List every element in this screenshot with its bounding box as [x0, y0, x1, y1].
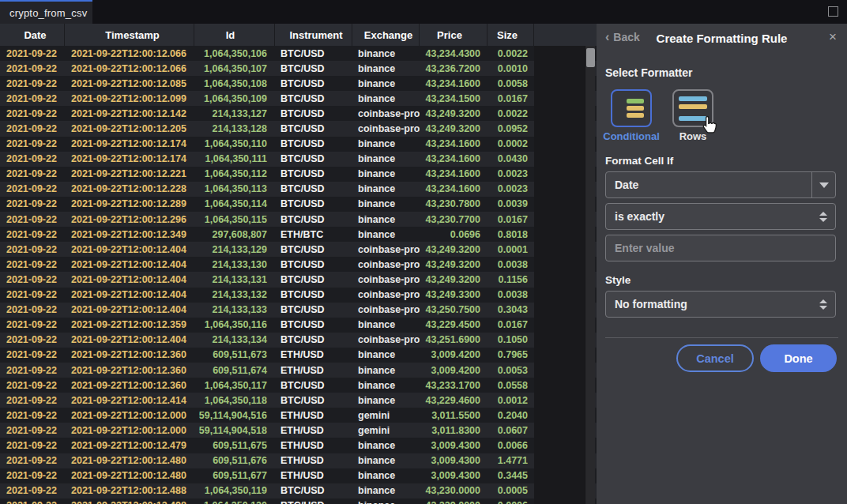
cell-inst[interactable]: BTC/USD	[275, 333, 352, 348]
cell-size[interactable]: 0.0039	[487, 197, 534, 212]
cell-size[interactable]: 0.0558	[487, 378, 534, 393]
cell-exch[interactable]: coinbase-pro	[352, 288, 420, 303]
cell-exch[interactable]: binance	[352, 227, 420, 242]
cell-date[interactable]: 2021-09-22	[0, 333, 65, 348]
cell-exch[interactable]: binance	[352, 182, 420, 197]
cell-date[interactable]: 2021-09-22	[0, 182, 65, 197]
cell-inst[interactable]: BTC/USD	[275, 182, 352, 197]
table-row[interactable]: 2021-09-222021-09-22T12:00:12.1741,064,3…	[0, 137, 597, 152]
cell-size[interactable]: 0.0005	[487, 483, 534, 498]
table-row[interactable]: 2021-09-222021-09-22T12:00:12.2211,064,3…	[0, 167, 597, 182]
cell-id[interactable]: 1,064,350,111	[194, 152, 275, 167]
cell-ts[interactable]: 2021-09-22T12:00:12.221	[65, 167, 194, 182]
formatter-conditional-card[interactable]	[611, 89, 652, 127]
cell-inst[interactable]: BTC/USD	[275, 76, 352, 91]
cell-ts[interactable]: 2021-09-22T12:00:12.174	[65, 152, 194, 167]
cell-exch[interactable]: binance	[352, 61, 420, 76]
table-row[interactable]: 2021-09-222021-09-22T12:00:12.4981,064,3…	[0, 498, 597, 504]
table-row[interactable]: 2021-09-222021-09-22T12:00:12.2961,064,3…	[0, 212, 597, 227]
cell-size[interactable]: 0.3043	[487, 303, 534, 318]
table-row[interactable]: 2021-09-222021-09-22T12:00:12.404214,133…	[0, 333, 597, 348]
cell-date[interactable]: 2021-09-22	[0, 167, 65, 182]
cell-ts[interactable]: 2021-09-22T12:00:12.480	[65, 453, 194, 468]
cell-inst[interactable]: BTC/USD	[275, 46, 352, 61]
cell-size[interactable]: 0.0001	[487, 242, 534, 257]
cell-inst[interactable]: ETH/USD	[275, 408, 352, 423]
cell-date[interactable]: 2021-09-22	[0, 242, 65, 257]
cell-inst[interactable]: BTC/USD	[275, 257, 352, 272]
cell-inst[interactable]: BTC/USD	[275, 197, 352, 212]
tab-crypto-from-csv[interactable]: crypto_from_csv	[0, 0, 92, 24]
cell-id[interactable]: 1,064,350,114	[194, 197, 275, 212]
cell-size[interactable]: 0.0053	[487, 363, 534, 378]
cell-exch[interactable]: coinbase-pro	[352, 257, 420, 272]
cell-date[interactable]: 2021-09-22	[0, 272, 65, 287]
cancel-button[interactable]: Cancel	[676, 344, 754, 372]
cell-date[interactable]: 2021-09-22	[0, 46, 65, 61]
cell-exch[interactable]: coinbase-pro	[352, 106, 420, 121]
cell-ts[interactable]: 2021-09-22T12:00:12.142	[65, 106, 194, 121]
cell-ts[interactable]: 2021-09-22T12:00:12.205	[65, 121, 194, 136]
cell-ts[interactable]: 2021-09-22T12:00:12.296	[65, 212, 194, 227]
cell-price[interactable]: 43,234.1600	[420, 167, 487, 182]
cell-date[interactable]: 2021-09-22	[0, 348, 65, 363]
cell-inst[interactable]: BTC/USD	[275, 152, 352, 167]
cell-id[interactable]: 214,133,130	[194, 257, 275, 272]
cell-size[interactable]: 0.0430	[487, 152, 534, 167]
cell-price[interactable]: 43,249.3200	[420, 106, 487, 121]
cell-id[interactable]: 609,511,676	[194, 453, 275, 468]
cell-size[interactable]: 0.0022	[487, 46, 534, 61]
cell-exch[interactable]: gemini	[352, 423, 420, 438]
cell-exch[interactable]: binance	[352, 152, 420, 167]
cell-size[interactable]: 0.0066	[487, 438, 534, 453]
close-icon[interactable]: ×	[829, 30, 837, 43]
cell-id[interactable]: 609,511,675	[194, 438, 275, 453]
cell-ts[interactable]: 2021-09-22T12:00:12.488	[65, 483, 194, 498]
cell-price[interactable]: 43,233.1700	[420, 378, 487, 393]
cell-price[interactable]: 43,251.6900	[420, 333, 487, 348]
cell-exch[interactable]: binance	[352, 363, 420, 378]
cell-price[interactable]: 43,230.0000	[420, 483, 487, 498]
done-button[interactable]: Done	[760, 344, 837, 372]
cell-ts[interactable]: 2021-09-22T12:00:12.000	[65, 423, 194, 438]
cell-date[interactable]: 2021-09-22	[0, 137, 65, 152]
style-select[interactable]: No formatting	[605, 291, 836, 318]
cell-exch[interactable]: binance	[352, 212, 420, 227]
cell-ts[interactable]: 2021-09-22T12:00:12.000	[65, 408, 194, 423]
cell-inst[interactable]: BTC/USD	[275, 137, 352, 152]
cell-date[interactable]: 2021-09-22	[0, 438, 65, 453]
cell-exch[interactable]: coinbase-pro	[352, 272, 420, 287]
cell-date[interactable]: 2021-09-22	[0, 288, 65, 303]
cell-id[interactable]: 1,064,350,120	[194, 498, 275, 504]
cell-inst[interactable]: BTC/USD	[275, 288, 352, 303]
cell-id[interactable]: 1,064,350,109	[194, 91, 275, 106]
cell-id[interactable]: 1,064,350,115	[194, 212, 275, 227]
cell-date[interactable]: 2021-09-22	[0, 197, 65, 212]
cell-ts[interactable]: 2021-09-22T12:00:12.289	[65, 197, 194, 212]
cell-size[interactable]: 0.0012	[487, 393, 534, 408]
cell-id[interactable]: 1,064,350,118	[194, 393, 275, 408]
table-row[interactable]: 2021-09-222021-09-22T12:00:12.0661,064,3…	[0, 61, 597, 76]
cell-exch[interactable]: binance	[352, 378, 420, 393]
cell-size[interactable]: 0.0002	[487, 137, 534, 152]
cell-size[interactable]: 0.0167	[487, 91, 534, 106]
cell-price[interactable]: 43,229.4500	[420, 318, 487, 333]
column-dropdown[interactable]: Date	[605, 171, 836, 198]
cell-id[interactable]: 297,608,807	[194, 227, 275, 242]
cell-exch[interactable]: binance	[352, 76, 420, 91]
cell-size[interactable]: 0.2040	[487, 408, 534, 423]
cell-exch[interactable]: binance	[352, 46, 420, 61]
cell-date[interactable]: 2021-09-22	[0, 303, 65, 318]
cell-ts[interactable]: 2021-09-22T12:00:12.360	[65, 378, 194, 393]
cell-id[interactable]: 214,133,134	[194, 333, 275, 348]
cell-ts[interactable]: 2021-09-22T12:00:12.174	[65, 137, 194, 152]
cell-date[interactable]: 2021-09-22	[0, 453, 65, 468]
cell-inst[interactable]: BTC/USD	[275, 378, 352, 393]
cell-ts[interactable]: 2021-09-22T12:00:12.479	[65, 438, 194, 453]
cell-price[interactable]: 3,009.4300	[420, 438, 487, 453]
cell-date[interactable]: 2021-09-22	[0, 318, 65, 333]
cell-ts[interactable]: 2021-09-22T12:00:12.404	[65, 333, 194, 348]
cell-inst[interactable]: BTC/USD	[275, 483, 352, 498]
cell-size[interactable]: 0.0607	[487, 423, 534, 438]
cell-id[interactable]: 609,511,673	[194, 348, 275, 363]
